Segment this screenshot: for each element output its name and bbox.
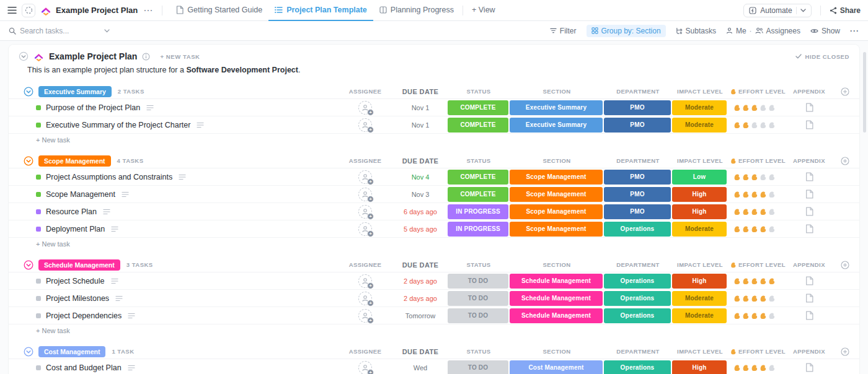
task-name[interactable]: Project Schedule bbox=[46, 277, 105, 285]
appendix-icon[interactable] bbox=[805, 172, 813, 181]
status-pill[interactable]: TO DO bbox=[448, 308, 508, 323]
add-column-button[interactable] bbox=[831, 157, 859, 165]
task-status-bullet[interactable] bbox=[36, 313, 41, 318]
column-header-section[interactable]: SECTION bbox=[510, 261, 604, 268]
column-header-effort-level[interactable]: EFFORT LEVEL bbox=[728, 348, 787, 355]
task-row[interactable]: Project Dependencies + Tomorrow TO DO Sc… bbox=[9, 307, 859, 324]
assignee-add-button[interactable]: + bbox=[358, 118, 372, 132]
column-header-assignee[interactable]: ASSIGNEE bbox=[337, 88, 393, 95]
task-description-icon[interactable] bbox=[179, 174, 186, 180]
task-description-icon[interactable] bbox=[103, 209, 110, 215]
task-description-icon[interactable] bbox=[111, 278, 118, 284]
due-date[interactable]: Nov 3 bbox=[393, 186, 448, 203]
scrollbar-thumb[interactable] bbox=[863, 52, 866, 133]
department-pill[interactable]: Operations bbox=[604, 291, 671, 306]
task-status-bullet[interactable] bbox=[36, 123, 41, 128]
status-pill[interactable]: COMPLETE bbox=[448, 170, 508, 185]
task-description-icon[interactable] bbox=[128, 365, 135, 371]
column-header-appendix[interactable]: APPENDIX bbox=[787, 157, 831, 164]
group-collapse-icon[interactable] bbox=[24, 156, 33, 166]
column-header-assignee[interactable]: ASSIGNEE bbox=[337, 261, 393, 268]
task-status-bullet[interactable] bbox=[36, 175, 41, 180]
status-pill[interactable]: IN PROGRESS bbox=[448, 222, 508, 237]
effort-level-cell[interactable] bbox=[728, 203, 787, 220]
group-name-badge[interactable]: Scope Management bbox=[38, 155, 111, 167]
info-icon[interactable] bbox=[142, 53, 150, 61]
task-description-icon[interactable] bbox=[122, 191, 129, 198]
tab-project-plan-template[interactable]: Project Plan Template bbox=[268, 0, 373, 21]
task-name[interactable]: Purpose of the Project Plan bbox=[46, 103, 140, 112]
appendix-icon[interactable] bbox=[805, 276, 813, 285]
add-column-button[interactable] bbox=[831, 87, 859, 96]
department-pill[interactable]: Operations bbox=[604, 222, 671, 237]
task-status-bullet[interactable] bbox=[36, 192, 41, 197]
effort-level-cell[interactable] bbox=[728, 168, 787, 186]
task-name[interactable]: Resource Plan bbox=[46, 207, 97, 216]
task-description-icon[interactable] bbox=[128, 313, 135, 319]
task-row[interactable]: Purpose of the Project Plan + Nov 1 COMP… bbox=[9, 99, 859, 116]
task-status-bullet[interactable] bbox=[36, 227, 41, 232]
column-header-effort-level[interactable]: EFFORT LEVEL bbox=[728, 261, 787, 268]
department-pill[interactable]: PMO bbox=[604, 187, 671, 202]
search-input[interactable] bbox=[20, 27, 100, 35]
department-pill[interactable]: Operations bbox=[604, 360, 671, 374]
task-name[interactable]: Project Assumptions and Constraints bbox=[46, 173, 172, 181]
impact-level-pill[interactable]: High bbox=[672, 360, 727, 374]
task-row[interactable]: Project Assumptions and Constraints + No… bbox=[9, 168, 859, 186]
impact-level-pill[interactable]: Low bbox=[672, 170, 727, 185]
column-header-assignee[interactable]: ASSIGNEE bbox=[337, 348, 393, 355]
assignee-add-button[interactable]: + bbox=[358, 222, 372, 236]
task-status-bullet[interactable] bbox=[36, 296, 41, 301]
impact-level-pill[interactable]: Moderate bbox=[672, 291, 727, 306]
show-button[interactable]: Show bbox=[810, 27, 840, 35]
add-column-button[interactable] bbox=[831, 261, 859, 269]
task-name[interactable]: Scope Management bbox=[46, 190, 115, 199]
column-header-due-date[interactable]: DUE DATE bbox=[393, 348, 448, 355]
effort-level-cell[interactable] bbox=[728, 220, 787, 238]
section-pill[interactable]: Scope Management bbox=[510, 187, 603, 202]
assignee-add-button[interactable]: + bbox=[358, 274, 372, 288]
column-header-section[interactable]: SECTION bbox=[510, 157, 604, 164]
column-header-due-date[interactable]: DUE DATE bbox=[393, 157, 448, 165]
column-header-assignee[interactable]: ASSIGNEE bbox=[337, 157, 393, 164]
task-row[interactable]: Project Milestones + 2 days ago TO DO Sc… bbox=[9, 290, 859, 307]
department-pill[interactable]: PMO bbox=[604, 100, 671, 115]
task-name[interactable]: Project Dependencies bbox=[46, 311, 122, 320]
task-row[interactable]: Cost and Budget Plan + Wed TO DO Cost Ma… bbox=[9, 359, 859, 374]
due-date[interactable]: Tomorrow bbox=[393, 307, 448, 324]
assignee-add-button[interactable]: + bbox=[358, 309, 372, 323]
task-status-bullet[interactable] bbox=[36, 105, 41, 110]
impact-level-pill[interactable]: High bbox=[672, 204, 727, 219]
appendix-icon[interactable] bbox=[805, 363, 813, 372]
chevron-down-icon[interactable] bbox=[104, 29, 110, 33]
sync-icon[interactable] bbox=[22, 4, 35, 17]
column-header-section[interactable]: SECTION bbox=[510, 88, 604, 95]
effort-level-cell[interactable] bbox=[728, 272, 787, 290]
add-task-button[interactable]: + New task bbox=[9, 134, 859, 146]
task-name[interactable]: Executive Summary of the Project Charter bbox=[46, 121, 190, 129]
task-description-icon[interactable] bbox=[111, 226, 118, 232]
assignee-add-button[interactable]: + bbox=[358, 170, 372, 184]
group-collapse-icon[interactable] bbox=[24, 260, 33, 270]
assignee-add-button[interactable]: + bbox=[358, 361, 372, 374]
group-name-badge[interactable]: Executive Summary bbox=[38, 86, 112, 97]
due-date[interactable]: Wed bbox=[393, 359, 448, 374]
task-description-icon[interactable] bbox=[197, 122, 204, 128]
impact-level-pill[interactable]: Moderate bbox=[672, 100, 727, 115]
task-row[interactable]: Deployment Plan + 5 days ago IN PROGRESS… bbox=[9, 220, 859, 238]
add-view-button[interactable]: + View bbox=[466, 0, 502, 21]
appendix-icon[interactable] bbox=[805, 189, 813, 199]
collapse-page-icon[interactable] bbox=[19, 51, 29, 61]
appendix-icon[interactable] bbox=[805, 120, 813, 129]
add-task-button[interactable]: + New task bbox=[9, 324, 859, 337]
tab-getting-started-guide[interactable]: Getting Started Guide bbox=[170, 0, 268, 21]
section-pill[interactable]: Schedule Management bbox=[510, 291, 603, 306]
task-status-bullet[interactable] bbox=[36, 279, 41, 284]
column-header-appendix[interactable]: APPENDIX bbox=[787, 261, 831, 268]
effort-level-cell[interactable] bbox=[728, 99, 787, 116]
status-pill[interactable]: COMPLETE bbox=[448, 187, 508, 202]
column-header-department[interactable]: DEPARTMENT bbox=[604, 261, 672, 268]
impact-level-pill[interactable]: Moderate bbox=[672, 222, 727, 237]
impact-level-pill[interactable]: High bbox=[672, 274, 727, 289]
column-header-status[interactable]: STATUS bbox=[448, 157, 510, 164]
